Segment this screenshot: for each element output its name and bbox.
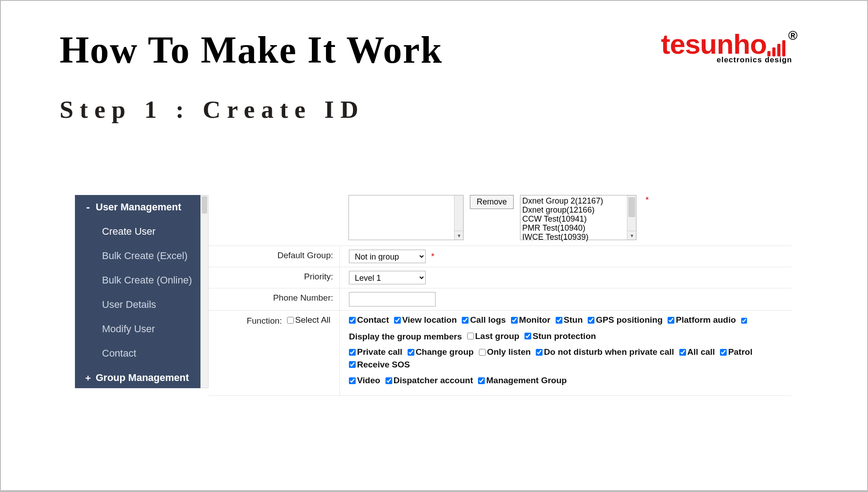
slide: How To Make It Work Step 1 : Create ID t… bbox=[0, 0, 868, 492]
function-stun[interactable]: Stun bbox=[556, 314, 583, 326]
function-stun-protection[interactable]: Stun protection bbox=[525, 330, 596, 342]
function-display-group-members-leading-check[interactable] bbox=[741, 318, 747, 324]
registered-icon: ® bbox=[788, 28, 798, 43]
required-marker: * bbox=[645, 195, 649, 205]
function-last-group[interactable]: Last group bbox=[467, 330, 520, 342]
list-item[interactable]: Dxnet group(12166) bbox=[522, 205, 634, 214]
sidebar-item-modify-user[interactable]: Modify User bbox=[75, 317, 200, 341]
function-only-listen[interactable]: Only listen bbox=[479, 346, 531, 358]
function-platform-audio[interactable]: Platform audio bbox=[668, 314, 736, 326]
required-marker: * bbox=[431, 251, 434, 261]
phone-label: Phone Number: bbox=[209, 288, 339, 307]
function-patrol[interactable]: Patrol bbox=[720, 346, 752, 358]
sidebar-item-contact[interactable]: Contact bbox=[75, 341, 200, 366]
function-management-group[interactable]: Management Group bbox=[478, 375, 566, 386]
function-label: Function: bbox=[246, 316, 282, 325]
function-checkboxes: Contact View location Call logs Monitor … bbox=[339, 311, 791, 395]
function-contact[interactable]: Contact bbox=[349, 314, 389, 326]
sidebar-section-group-management[interactable]: + Group Management bbox=[75, 366, 200, 390]
phone-input[interactable] bbox=[349, 292, 436, 306]
priority-label: Priority: bbox=[209, 267, 339, 286]
select-all-checkbox[interactable]: Select All bbox=[287, 315, 330, 325]
function-private-call[interactable]: Private call bbox=[349, 346, 402, 358]
selected-groups-listbox[interactable]: ▾ bbox=[348, 195, 464, 240]
sidebar-section-label: Group Management bbox=[96, 372, 189, 384]
function-dispatcher-account[interactable]: Dispatcher account bbox=[385, 375, 473, 386]
minus-icon: - bbox=[85, 202, 91, 213]
sidebar-item-user-details[interactable]: User Details bbox=[75, 292, 200, 317]
chevron-down-icon[interactable]: ▾ bbox=[454, 231, 463, 240]
logo: tesunho ® electronics design bbox=[661, 28, 795, 65]
page-title: How To Make It Work bbox=[60, 28, 443, 72]
scrollbar-thumb[interactable] bbox=[202, 196, 207, 214]
sidebar-section-user-management[interactable]: - User Management bbox=[75, 195, 200, 219]
sidebar-scrollbar[interactable] bbox=[200, 195, 209, 388]
list-item[interactable]: CCW Test(10941) bbox=[522, 214, 634, 223]
step-title: Step 1 : Create ID bbox=[60, 95, 808, 124]
sidebar-item-create-user[interactable]: Create User bbox=[75, 219, 200, 244]
function-all-call[interactable]: All call bbox=[679, 346, 715, 358]
sidebar-item-bulk-create-online[interactable]: Bulk Create (Online) bbox=[75, 268, 200, 292]
default-group-select[interactable]: Not in group bbox=[349, 250, 426, 263]
scrollbar-thumb[interactable] bbox=[628, 197, 635, 217]
remove-button[interactable]: Remove bbox=[470, 195, 514, 209]
sidebar-item-bulk-create-excel[interactable]: Bulk Create (Excel) bbox=[75, 244, 200, 268]
phone-row: Phone Number: bbox=[209, 288, 791, 311]
priority-row: Priority: Level 1 bbox=[209, 267, 791, 288]
function-call-logs[interactable]: Call logs bbox=[462, 314, 506, 326]
function-monitor[interactable]: Monitor bbox=[511, 314, 551, 326]
signal-icon bbox=[767, 40, 785, 56]
listbox-scrollbar[interactable]: ▾ bbox=[454, 195, 463, 240]
create-user-form: ▾ Remove Dxnet Group 2(12167) Dxnet grou… bbox=[209, 195, 791, 388]
function-video[interactable]: Video bbox=[349, 375, 380, 386]
function-row: Function: Select All Contact View locati… bbox=[209, 311, 791, 396]
app-screenshot: - User Management Create User Bulk Creat… bbox=[75, 195, 791, 388]
list-item[interactable]: Dxnet Group 2(12167) bbox=[522, 196, 634, 205]
function-display-group-members[interactable]: Display the group members bbox=[349, 331, 462, 343]
list-item[interactable]: PMR Test(10940) bbox=[522, 223, 634, 232]
list-item[interactable]: IWCE Test(10939) bbox=[522, 232, 634, 241]
sidebar: - User Management Create User Bulk Creat… bbox=[75, 195, 200, 388]
sidebar-wrap: - User Management Create User Bulk Creat… bbox=[75, 195, 209, 388]
sidebar-section-label: User Management bbox=[96, 201, 181, 213]
function-view-location[interactable]: View location bbox=[394, 314, 457, 326]
default-group-label: Default Group: bbox=[209, 246, 339, 265]
available-groups-listbox[interactable]: Dxnet Group 2(12167) Dxnet group(12166) … bbox=[520, 195, 636, 240]
function-receive-sos[interactable]: Receive SOS bbox=[349, 359, 410, 371]
checkbox-icon[interactable] bbox=[287, 317, 294, 324]
listbox-scrollbar[interactable]: ▾ bbox=[627, 195, 636, 240]
function-change-group[interactable]: Change group bbox=[408, 346, 474, 358]
function-do-not-disturb[interactable]: Do not disturb when private call bbox=[536, 346, 674, 358]
function-gps-positioning[interactable]: GPS positioning bbox=[588, 314, 663, 326]
group-assign-row: ▾ Remove Dxnet Group 2(12167) Dxnet grou… bbox=[209, 195, 791, 246]
default-group-row: Default Group: Not in group * bbox=[209, 246, 791, 267]
priority-select[interactable]: Level 1 bbox=[349, 271, 426, 284]
chevron-down-icon[interactable]: ▾ bbox=[627, 231, 636, 240]
plus-icon: + bbox=[85, 372, 91, 383]
